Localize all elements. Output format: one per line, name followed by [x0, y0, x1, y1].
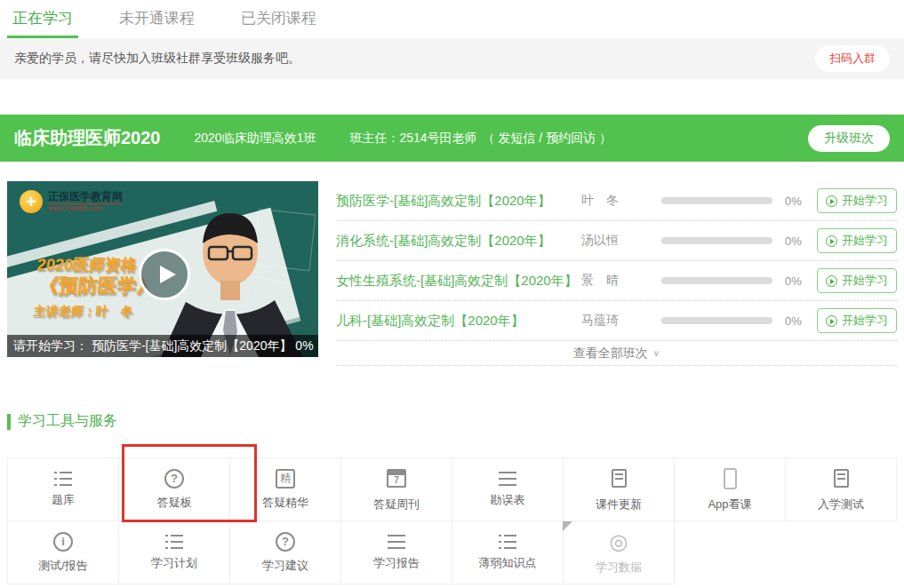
start-learning-button[interactable]: 开始学习 [817, 268, 897, 293]
tool-study-advice[interactable]: ? 学习建议 [229, 520, 341, 584]
progress-bar [661, 237, 772, 244]
course-title-link[interactable]: 消化系统-[基础]高效定制【2020年】 [336, 233, 581, 250]
tool-qa-weekly[interactable]: 7 答疑周刊 [340, 457, 452, 521]
tool-qa-essence[interactable]: 精 答疑精华 [229, 457, 341, 521]
tool-qa-board[interactable]: ? 答疑板 [118, 457, 230, 521]
document-icon [834, 469, 849, 488]
course-teacher: 叶 冬 [581, 193, 656, 209]
lines-icon [499, 472, 516, 486]
question-circle-icon: ? [276, 532, 295, 552]
list-icon [499, 535, 516, 549]
progress-percent: 0% [785, 274, 817, 288]
notice-text: 亲爱的学员，请尽快加入班级社群享受班级服务吧。 [14, 51, 815, 67]
essence-badge-icon: 精 [276, 469, 295, 489]
tools-row-1: 题库 ? 答疑板 精 答疑精华 7 答疑周刊 勘误表 课件更新 App看课 入学… [7, 457, 897, 521]
progress-bar [661, 317, 772, 324]
class-title: 临床助理医师2020 [14, 126, 161, 150]
info-circle-icon: i [53, 532, 73, 552]
video-caption: 请开始学习： 预防医学-[基础]高效定制【2020年】 0% [7, 335, 318, 357]
class-name: 2020临床助理高效1班 [195, 131, 316, 147]
play-circle-icon [826, 195, 837, 207]
course-title-link[interactable]: 女性生殖系统-[基础]高效定制【2020年】 [336, 273, 581, 290]
tool-courseware-update[interactable]: 课件更新 [563, 457, 675, 521]
play-circle-icon [826, 235, 837, 247]
brand-logo: 正保医学教育网 www.med66.com [20, 190, 123, 213]
tool-entrance-test[interactable]: 入学测试 [785, 457, 897, 521]
course-title-link[interactable]: 儿科-[基础]高效定制【2020年】 [336, 313, 581, 330]
scan-qr-join-group-button[interactable]: 扫码入群 [815, 45, 890, 72]
course-row: 消化系统-[基础]高效定制【2020年】 汤以恒 0% 开始学习 [336, 221, 897, 261]
tools-grid: 题库 ? 答疑板 精 答疑精华 7 答疑周刊 勘误表 课件更新 App看课 入学… [7, 457, 897, 584]
tools-row-2: i 测试/报告 学习计划 ? 学习建议 学习报告 薄弱知识点 ◎ 学习数据 [7, 521, 897, 584]
course-list: 预防医学-[基础]高效定制【2020年】 叶 冬 0% 开始学习 消化系统-[基… [336, 181, 897, 366]
tools-section-header: 学习工具与服务 [7, 412, 897, 431]
progress-percent: 0% [785, 314, 817, 328]
list-icon [165, 535, 183, 549]
tool-study-data[interactable]: ◎ 学习数据 [563, 520, 675, 584]
class-advisor: 班主任：2514号田老师 [349, 131, 476, 147]
progress-bar [661, 197, 772, 204]
play-button-icon[interactable] [139, 249, 190, 300]
progress-percent: 0% [785, 234, 817, 248]
course-video-thumbnail[interactable]: 正保医学教育网 www.med66.com 2020医师资格 《预防医学》 主讲… [7, 181, 318, 357]
course-title-link[interactable]: 预防医学-[基础]高效定制【2020年】 [336, 193, 581, 210]
tool-errata[interactable]: 勘误表 [452, 457, 564, 521]
progress-bar [661, 277, 772, 284]
course-teacher: 马蕴琦 [581, 313, 656, 329]
start-learning-button[interactable]: 开始学习 [817, 228, 897, 253]
tool-test-report[interactable]: i 测试/报告 [7, 520, 119, 584]
notice-bar: 亲爱的学员，请尽快加入班级社群享受班级服务吧。 扫码入群 [0, 38, 904, 79]
tool-study-plan[interactable]: 学习计划 [118, 520, 230, 584]
brand-circle-icon [20, 190, 43, 213]
upgrade-class-button[interactable]: 升级班次 [808, 125, 890, 152]
advisor-contact-links[interactable]: （ 发短信 / 预约回访 ） [483, 131, 612, 147]
target-icon: ◎ [610, 530, 628, 553]
play-circle-icon [826, 275, 837, 287]
document-icon [612, 469, 627, 488]
tool-question-bank[interactable]: 题库 [7, 457, 119, 521]
section-accent-bar [7, 414, 11, 430]
progress-percent: 0% [785, 195, 817, 208]
course-row: 预防医学-[基础]高效定制【2020年】 叶 冬 0% 开始学习 [336, 181, 897, 221]
tab-not-opened[interactable]: 未开通课程 [119, 0, 195, 38]
tab-learning[interactable]: 正在学习 [12, 0, 73, 38]
phone-icon [724, 468, 737, 489]
view-all-classes[interactable]: 查看全部班次 ∨ [336, 341, 897, 366]
tool-app-viewing[interactable]: App看课 [674, 457, 786, 521]
brand-site: www.med66.com [48, 204, 123, 213]
course-row: 儿科-[基础]高效定制【2020年】 马蕴琦 0% 开始学习 [336, 301, 897, 341]
main-content: 正保医学教育网 www.med66.com 2020医师资格 《预防医学》 主讲… [7, 181, 897, 366]
chevron-down-icon: ∨ [653, 348, 660, 358]
start-learning-button[interactable]: 开始学习 [817, 308, 897, 333]
section-title: 学习工具与服务 [18, 412, 117, 431]
lines-icon [388, 535, 405, 549]
video-teacher-line: 主讲老师：叶 冬 [33, 304, 134, 320]
spacer [0, 79, 904, 115]
tab-closed[interactable]: 已关闭课程 [241, 0, 316, 38]
course-row: 女性生殖系统-[基础]高效定制【2020年】 景 晴 0% 开始学习 [336, 261, 897, 301]
course-status-tabs: 正在学习 未开通课程 已关闭课程 [0, 0, 904, 38]
question-circle-icon: ? [164, 469, 184, 489]
start-learning-button[interactable]: 开始学习 [817, 188, 897, 213]
list-icon [54, 472, 72, 486]
calendar-icon: 7 [387, 469, 406, 488]
tool-study-report[interactable]: 学习报告 [340, 520, 452, 584]
brand-name: 正保医学教育网 [48, 191, 123, 204]
tool-weak-points[interactable]: 薄弱知识点 [452, 520, 564, 584]
class-header: 临床助理医师2020 2020临床助理高效1班 班主任：2514号田老师 （ 发… [0, 115, 904, 162]
course-teacher: 景 晴 [581, 273, 656, 289]
play-circle-icon [826, 315, 837, 327]
corner-fold-icon [563, 521, 572, 531]
course-teacher: 汤以恒 [581, 233, 656, 249]
